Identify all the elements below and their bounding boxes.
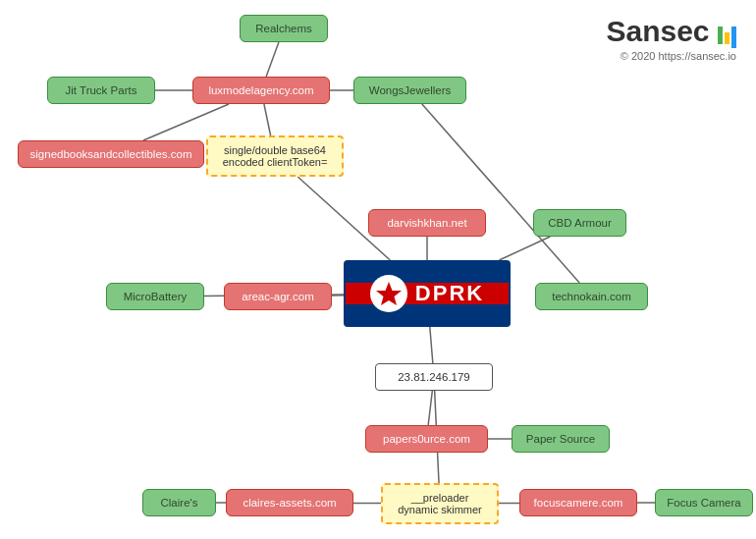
star-icon	[375, 280, 403, 307]
node-label-focuscamera: Focus Camera	[667, 497, 740, 509]
node-preloader: __preloader dynamic skimmer	[381, 483, 499, 524]
node-label-papersource: Paper Source	[526, 433, 595, 445]
copyright: © 2020 https://sansec.io	[606, 50, 736, 62]
node-label-papers0urce: papers0urce.com	[383, 433, 470, 445]
node-ip: 23.81.246.179	[375, 363, 493, 391]
brand-name: Sansec	[606, 15, 709, 47]
node-darvishkhan: darvishkhan.net	[368, 209, 486, 237]
node-microbattery: MicroBattery	[106, 283, 204, 310]
node-label-signedbooksandcollectibles: signedbooksandcollectibles.com	[30, 148, 192, 160]
node-label-clienttoken: single/double base64 encoded clientToken…	[223, 144, 328, 168]
node-label-clairesassets: claires-assets.com	[243, 497, 336, 509]
node-label-preloader: __preloader dynamic skimmer	[398, 492, 482, 515]
node-papersource: Paper Source	[512, 425, 610, 453]
node-label-darvishkhan: darvishkhan.net	[387, 217, 466, 229]
node-areacagr: areac-agr.com	[224, 283, 332, 310]
sansec-logo: Sansec © 2020 https://sansec.io	[606, 15, 736, 62]
node-label-cbdarmour: CBD Armour	[548, 217, 612, 229]
svg-line-12	[428, 391, 432, 425]
logo-bars	[718, 27, 736, 48]
node-focuscamere: focuscamere.com	[519, 489, 637, 516]
node-clairesassets: claires-assets.com	[226, 489, 353, 516]
node-realchems: Realchems	[240, 15, 328, 42]
svg-line-11	[430, 327, 433, 363]
dprk-star	[370, 275, 407, 312]
node-label-ip: 23.81.246.179	[398, 371, 470, 383]
node-label-luxmodelагency: luxmodelagency.com	[208, 84, 313, 96]
node-label-focuscamere: focuscamere.com	[534, 497, 623, 509]
svg-line-8	[499, 237, 550, 260]
node-claires: Claire's	[142, 489, 216, 516]
node-label-microbattery: MicroBattery	[124, 291, 188, 302]
node-label-technokain: technokain.com	[552, 291, 631, 302]
node-luxmodelагency: luxmodelagency.com	[192, 77, 330, 104]
node-label-claires: Claire's	[161, 497, 198, 509]
node-clienttoken: single/double base64 encoded clientToken…	[206, 135, 344, 177]
node-label-wongsjewellers: WongsJewellers	[369, 84, 452, 96]
node-technokain: technokain.com	[535, 283, 648, 310]
node-signedbooksandcollectibles: signedbooksandcollectibles.com	[18, 140, 204, 168]
svg-marker-19	[376, 282, 402, 305]
node-papers0urce: papers0urce.com	[365, 425, 488, 453]
node-jittruckparts: Jit Truck Parts	[47, 77, 155, 104]
svg-line-6	[422, 104, 579, 283]
svg-line-0	[266, 42, 279, 77]
svg-line-4	[264, 104, 271, 135]
node-cbdarmour: CBD Armour	[533, 209, 626, 237]
node-focuscamera: Focus Camera	[655, 489, 753, 516]
node-wongsjewellers: WongsJewellers	[353, 77, 466, 104]
dprk-label: DPRK	[415, 281, 484, 306]
node-label-realchems: Realchems	[255, 23, 312, 34]
node-label-jittruckparts: Jit Truck Parts	[66, 84, 137, 96]
node-label-areacagr: areac-agr.com	[242, 291, 314, 302]
node-dprk: DPRK	[344, 260, 511, 327]
